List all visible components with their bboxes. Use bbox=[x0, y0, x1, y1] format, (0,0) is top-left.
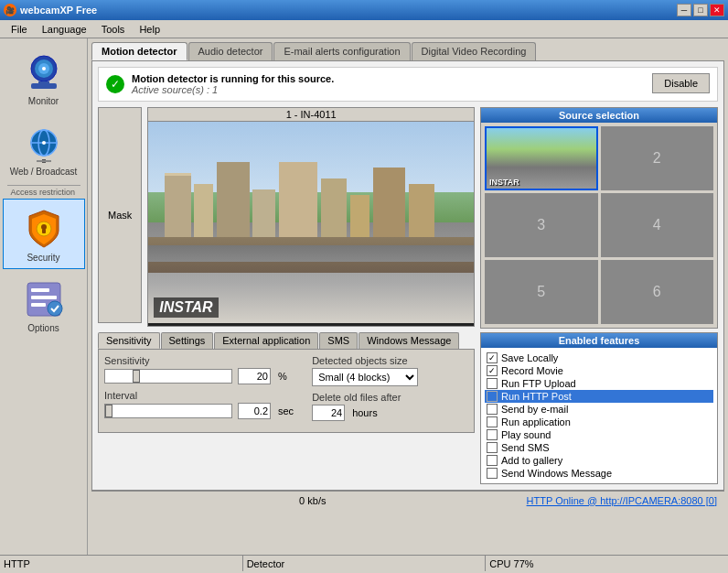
middle-layout: Mask 1 - IN-4011 bbox=[98, 107, 718, 484]
cityscape bbox=[148, 162, 474, 273]
title-bar-left: 🎥 webcamXP Free bbox=[4, 4, 97, 16]
sub-tab-sms[interactable]: SMS bbox=[319, 332, 358, 349]
feature-save-locally[interactable]: Save Locally bbox=[485, 351, 713, 364]
tab-motion-detector[interactable]: Motion detector bbox=[91, 42, 187, 60]
kb-rate: 0 kb/s bbox=[99, 495, 527, 506]
options-icon bbox=[20, 276, 68, 323]
monitor-icon bbox=[20, 49, 68, 96]
feature-send-email[interactable]: Send by e-mail bbox=[485, 403, 713, 416]
feature-send-email-label: Send by e-mail bbox=[501, 404, 568, 415]
sensitivity-slider-track[interactable] bbox=[104, 369, 232, 384]
feature-run-ftp-label: Run FTP Upload bbox=[501, 378, 576, 389]
sidebar-item-broadcast[interactable]: Web / Broadcast bbox=[3, 113, 85, 183]
feature-save-locally-checkbox[interactable] bbox=[487, 352, 498, 363]
feature-send-sms-checkbox[interactable] bbox=[487, 442, 498, 453]
sidebar-item-monitor[interactable]: Monitor bbox=[3, 42, 85, 113]
left-panel: Mask 1 - IN-4011 bbox=[98, 107, 475, 484]
feature-run-app-label: Run application bbox=[501, 416, 571, 427]
feature-run-ftp[interactable]: Run FTP Upload bbox=[485, 377, 713, 390]
disable-button[interactable]: Disable bbox=[652, 73, 710, 93]
svg-point-3 bbox=[42, 67, 46, 70]
status-detector: Detector bbox=[243, 556, 487, 571]
main-tabs: Motion detector Audio detector E-mail al… bbox=[91, 42, 724, 491]
security-icon bbox=[20, 205, 68, 253]
source-cell-6[interactable]: 6 bbox=[601, 260, 714, 324]
close-button[interactable]: ✕ bbox=[710, 4, 724, 16]
feature-send-windows-checkbox[interactable] bbox=[487, 468, 498, 479]
sensitivity-label: Sensitivity bbox=[104, 355, 294, 366]
sensitivity-slider-thumb[interactable] bbox=[133, 370, 140, 383]
sidebar-item-security[interactable]: Security bbox=[3, 199, 85, 269]
source-grid: INSTAR 2 3 bbox=[485, 126, 713, 324]
check-icon: ✓ bbox=[106, 75, 124, 93]
monitor-label: Monitor bbox=[28, 96, 59, 106]
delete-files-row: hours bbox=[312, 405, 468, 421]
sub-tab-content: Sensitivity % Interval bbox=[98, 349, 475, 433]
feature-record-movie-checkbox[interactable] bbox=[487, 365, 498, 376]
feature-add-gallery-checkbox[interactable] bbox=[487, 455, 498, 466]
feature-play-sound-checkbox[interactable] bbox=[487, 429, 498, 440]
source-6-number: 6 bbox=[653, 284, 661, 300]
broadcast-icon bbox=[20, 119, 68, 167]
svg-point-18 bbox=[48, 301, 62, 316]
menu-language[interactable]: Language bbox=[35, 22, 94, 37]
source-cell-3[interactable]: 3 bbox=[485, 193, 598, 257]
tab-audio-detector[interactable]: Audio detector bbox=[188, 42, 273, 60]
feature-run-ftp-checkbox[interactable] bbox=[487, 378, 498, 389]
http-link[interactable]: HTTP Online @ http://IPCAMERA:8080 [0] bbox=[527, 495, 717, 506]
security-label: Security bbox=[27, 253, 59, 263]
sensitivity-value-input[interactable] bbox=[238, 368, 271, 384]
sub-tab-sensitivity[interactable]: Sensitivity bbox=[98, 332, 160, 349]
feature-run-http-checkbox[interactable] bbox=[487, 391, 498, 402]
tab-bar: Motion detector Audio detector E-mail al… bbox=[91, 42, 724, 60]
source-cell-4[interactable]: 4 bbox=[601, 193, 714, 257]
objects-size-select[interactable]: Small (4 blocks) Medium (8 blocks) Large… bbox=[312, 368, 418, 386]
status-strip: HTTP Detector CPU 77% bbox=[0, 555, 728, 571]
sub-tab-external[interactable]: External application bbox=[214, 332, 318, 349]
feature-send-windows[interactable]: Send Windows Message bbox=[485, 467, 713, 480]
menu-tools[interactable]: Tools bbox=[94, 22, 133, 37]
feature-add-gallery-label: Add to gallery bbox=[501, 455, 562, 466]
tab-email-alerts[interactable]: E-mail alerts configuration bbox=[273, 42, 410, 60]
source-selection: Source selection INSTAR bbox=[480, 107, 718, 329]
feature-record-movie-label: Record Movie bbox=[501, 365, 563, 376]
tab-digital-video[interactable]: Digital Video Recording bbox=[412, 42, 537, 60]
sub-tab-windows-message[interactable]: Windows Message bbox=[359, 332, 459, 349]
delete-files-unit: hours bbox=[352, 407, 378, 418]
sensitivity-row: % bbox=[104, 368, 294, 384]
source-cell-1[interactable]: INSTAR bbox=[485, 126, 598, 190]
access-restriction-label: Access restriction bbox=[7, 185, 80, 197]
sub-tab-settings[interactable]: Settings bbox=[161, 332, 214, 349]
bottom-bar: 0 kb/s HTTP Online @ http://IPCAMERA:808… bbox=[91, 491, 724, 509]
minimize-button[interactable]: ─ bbox=[677, 4, 691, 16]
interval-slider-thumb[interactable] bbox=[105, 405, 112, 417]
maximize-button[interactable]: □ bbox=[693, 4, 708, 16]
feature-play-sound[interactable]: Play sound bbox=[485, 428, 713, 441]
feature-record-movie[interactable]: Record Movie bbox=[485, 364, 713, 377]
sidebar: Monitor Web / Broadcast Access restricti… bbox=[0, 38, 88, 555]
feature-add-gallery[interactable]: Add to gallery bbox=[485, 454, 713, 467]
mask-button[interactable]: Mask bbox=[98, 107, 142, 323]
menu-help[interactable]: Help bbox=[132, 22, 167, 37]
feature-send-email-checkbox[interactable] bbox=[487, 404, 498, 415]
source-cell-5[interactable]: 5 bbox=[485, 260, 598, 324]
sidebar-item-options[interactable]: Options bbox=[3, 269, 85, 340]
window-controls: ─ □ ✕ bbox=[677, 4, 724, 16]
feature-send-sms[interactable]: Send SMS bbox=[485, 441, 713, 454]
interval-slider-track[interactable] bbox=[104, 404, 232, 418]
status-text-block: Motion detector is running for this sour… bbox=[132, 73, 334, 95]
source-5-number: 5 bbox=[537, 284, 545, 300]
camera-container: 1 - IN-4011 bbox=[147, 107, 475, 327]
source-4-number: 4 bbox=[653, 217, 661, 233]
feature-run-app-checkbox[interactable] bbox=[487, 416, 498, 427]
feature-run-app[interactable]: Run application bbox=[485, 416, 713, 428]
interval-row: sec bbox=[104, 403, 294, 419]
feature-play-sound-label: Play sound bbox=[501, 429, 551, 440]
interval-value-input[interactable] bbox=[238, 403, 271, 419]
camera-preview-1: INSTAR bbox=[487, 128, 596, 189]
status-cpu: CPU 77% bbox=[486, 556, 728, 571]
feature-run-http[interactable]: Run HTTP Post bbox=[485, 390, 713, 403]
source-cell-2[interactable]: 2 bbox=[601, 126, 714, 190]
menu-file[interactable]: File bbox=[4, 22, 35, 37]
delete-files-value-input[interactable] bbox=[312, 405, 345, 421]
